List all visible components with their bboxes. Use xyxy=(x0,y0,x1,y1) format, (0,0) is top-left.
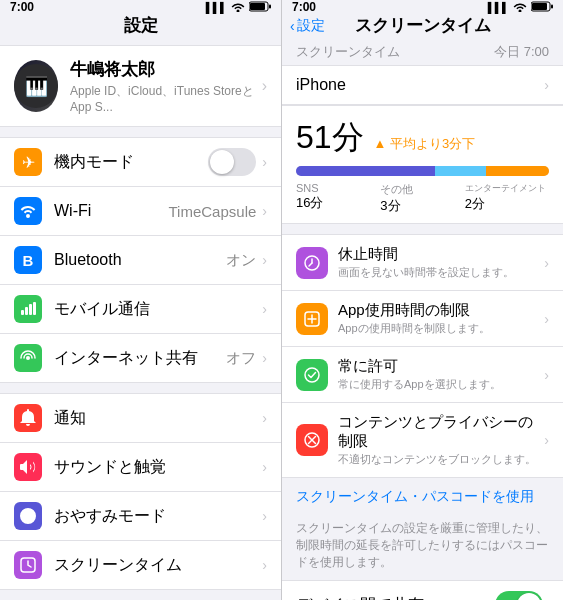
time-avg: ▲ 平均より3分下 xyxy=(374,135,476,153)
svg-point-25 xyxy=(305,368,319,382)
cellular-label: モバイル通信 xyxy=(54,299,262,320)
screentime-label: スクリーンタイム xyxy=(54,555,262,576)
settings-item-airplane[interactable]: ✈ 機内モード › xyxy=(0,138,281,187)
device-share-group: デバイス間で共有 これを有効にすると、iCloudにサインインしているデバイスす… xyxy=(282,580,563,600)
settings-group-2: 通知 › サウンドと触覚 › おやすみモード › スクリーンタイム › xyxy=(0,393,281,590)
right-status-bar: 7:00 ▌▌▌ xyxy=(282,0,563,14)
wifi-value: TimeCapsule xyxy=(169,203,257,220)
profile-name: 牛嶋将太郎 xyxy=(70,58,262,81)
notifications-label: 通知 xyxy=(54,408,262,429)
left-nav-title: 設定 xyxy=(124,14,158,37)
notifications-icon xyxy=(14,404,42,432)
left-panel: 7:00 ▌▌▌ 設定 🎹 牛嶋将太郎 Apple ID、iCl xyxy=(0,0,281,600)
svg-rect-18 xyxy=(551,4,553,8)
usage-label-entertainment: エンターテイメント 2分 xyxy=(465,182,549,215)
right-nav-title: スクリーンタイム xyxy=(355,14,491,37)
passcode-link-container: スクリーンタイム・パスコードを使用 スクリーンタイムの設定を厳重に管理したり、制… xyxy=(282,478,563,580)
rt-item-applimit[interactable]: App使用時間の制限 Appの使用時間を制限します。 › xyxy=(282,291,563,347)
right-status-icons: ▌▌▌ xyxy=(488,1,553,14)
svg-rect-17 xyxy=(532,3,547,10)
bluetooth-icon: B xyxy=(14,246,42,274)
usage-entertainment xyxy=(486,166,549,176)
right-nav-bar: ‹ 設定 スクリーンタイム xyxy=(282,14,563,37)
right-wifi-icon xyxy=(513,1,527,14)
back-button[interactable]: ‹ 設定 xyxy=(290,17,325,35)
avatar: 🎹 xyxy=(14,60,58,112)
downtime-icon xyxy=(296,247,328,279)
screen-time-label: スクリーンタイム xyxy=(296,43,400,61)
screentime-icon xyxy=(14,551,42,579)
usage-labels: SNS 16分 その他 3分 エンターテイメント 2分 xyxy=(296,182,549,215)
usage-bar xyxy=(296,166,549,176)
iphone-label: iPhone xyxy=(296,76,346,94)
device-share-toggle[interactable] xyxy=(495,591,543,600)
rt-group: 休止時間 画面を見ない時間帯を設定します。 › App使用時間の制限 Appの使… xyxy=(282,234,563,478)
donotdisturb-icon xyxy=(14,502,42,530)
right-time: 7:00 xyxy=(292,0,316,14)
rt-item-downtime[interactable]: 休止時間 画面を見ない時間帯を設定します。 › xyxy=(282,235,563,291)
back-chevron-icon: ‹ xyxy=(290,18,295,34)
right-battery-icon xyxy=(531,1,553,14)
svg-rect-7 xyxy=(29,304,32,315)
hotspot-icon xyxy=(14,344,42,372)
rt-item-alwaysallowed[interactable]: 常に許可 常に使用するAppを選択します。 › xyxy=(282,347,563,403)
left-status-icons: ▌▌▌ xyxy=(206,1,271,14)
cellular-icon xyxy=(14,295,42,323)
usage-other xyxy=(435,166,486,176)
settings-item-sound[interactable]: サウンドと触覚 › xyxy=(0,443,281,492)
downtime-text: 休止時間 画面を見ない時間帯を設定します。 xyxy=(338,245,544,280)
rt-item-contentprivacy[interactable]: コンテンツとプライバシーの制限 不適切なコンテンツをブロックします。 › xyxy=(282,403,563,477)
svg-point-9 xyxy=(26,356,30,360)
airplane-icon: ✈ xyxy=(14,148,42,176)
hotspot-label: インターネット共有 xyxy=(54,348,226,369)
svg-rect-2 xyxy=(269,4,271,8)
applimit-icon xyxy=(296,303,328,335)
svg-text:🎹: 🎹 xyxy=(25,75,49,98)
iphone-row[interactable]: iPhone › xyxy=(282,65,563,105)
airplane-toggle[interactable] xyxy=(208,148,256,176)
svg-rect-5 xyxy=(21,310,24,315)
airplane-label: 機内モード xyxy=(54,152,208,173)
sound-icon xyxy=(14,453,42,481)
svg-rect-1 xyxy=(250,3,265,10)
donotdisturb-label: おやすみモード xyxy=(54,506,262,527)
usage-label-sns: SNS 16分 xyxy=(296,182,380,215)
back-label: 設定 xyxy=(297,17,325,35)
time-block: 51分 ▲ 平均より3分下 SNS 16分 その他 3分 エンターテイメント 2… xyxy=(282,105,563,224)
settings-item-notifications[interactable]: 通知 › xyxy=(0,394,281,443)
wifi-settings-icon xyxy=(14,197,42,225)
bluetooth-label: Bluetooth xyxy=(54,251,226,269)
passcode-link[interactable]: スクリーンタイム・パスコードを使用 xyxy=(282,478,563,516)
wifi-icon xyxy=(231,1,245,14)
settings-item-bluetooth[interactable]: B Bluetooth オン › xyxy=(0,236,281,285)
svg-rect-8 xyxy=(33,302,36,315)
usage-label-other: その他 3分 xyxy=(380,182,464,215)
time-used: 51分 xyxy=(296,116,364,160)
left-time: 7:00 xyxy=(10,0,34,14)
settings-item-wifi[interactable]: Wi-Fi TimeCapsule › xyxy=(0,187,281,236)
alwaysallowed-icon xyxy=(296,359,328,391)
contentprivacy-icon xyxy=(296,424,328,456)
settings-item-cellular[interactable]: モバイル通信 › xyxy=(0,285,281,334)
battery-icon xyxy=(249,1,271,14)
left-nav-bar: 設定 xyxy=(0,14,281,37)
device-share-title: デバイス間で共有 xyxy=(296,595,424,600)
svg-rect-6 xyxy=(25,307,28,315)
profile-section[interactable]: 🎹 牛嶋将太郎 Apple ID、iCloud、iTunes StoreとApp… xyxy=(0,45,281,127)
settings-group-1: ✈ 機内モード › Wi-Fi TimeCapsule › B Bluetoot… xyxy=(0,137,281,383)
profile-chevron: › xyxy=(262,77,267,95)
settings-item-hotspot[interactable]: インターネット共有 オフ › xyxy=(0,334,281,382)
screen-time-header: スクリーンタイム 今日 7:00 xyxy=(282,37,563,65)
usage-sns xyxy=(296,166,435,176)
settings-item-donotdisturb[interactable]: おやすみモード › xyxy=(0,492,281,541)
signal-icon: ▌▌▌ xyxy=(206,2,227,13)
alwaysallowed-text: 常に許可 常に使用するAppを選択します。 xyxy=(338,357,544,392)
wifi-label: Wi-Fi xyxy=(54,202,169,220)
settings-item-screentime[interactable]: スクリーンタイム › xyxy=(0,541,281,589)
contentprivacy-text: コンテンツとプライバシーの制限 不適切なコンテンツをブロックします。 xyxy=(338,413,544,467)
hotspot-value: オフ xyxy=(226,349,256,368)
sound-label: サウンドと触覚 xyxy=(54,457,262,478)
applimit-text: App使用時間の制限 Appの使用時間を制限します。 xyxy=(338,301,544,336)
right-panel: 7:00 ▌▌▌ ‹ 設定 スクリーンタイム スクリーンタイム 今日 7:00 … xyxy=(281,0,563,600)
svg-line-21 xyxy=(309,263,312,266)
